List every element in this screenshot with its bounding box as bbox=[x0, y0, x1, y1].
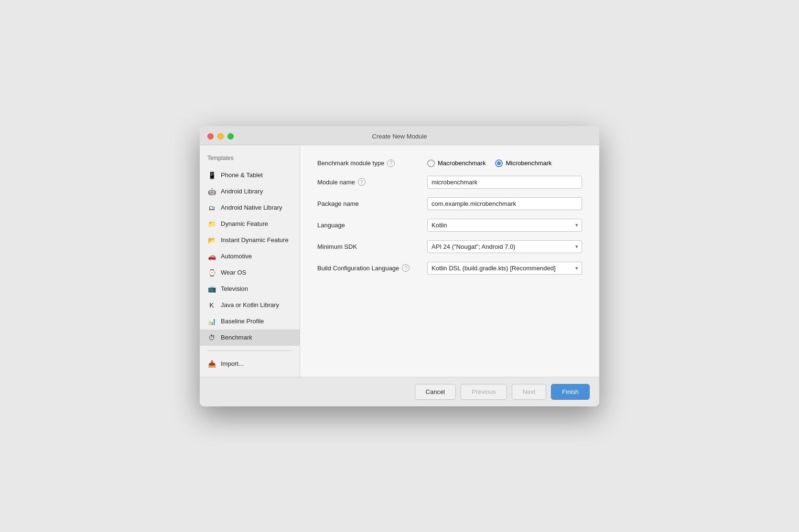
package-name-input[interactable] bbox=[427, 197, 582, 210]
microbenchmark-label: Microbenchmark bbox=[506, 160, 551, 167]
android-native-library-icon: 🗂 bbox=[207, 203, 216, 212]
language-select-wrapper: Kotlin Java ▾ bbox=[427, 219, 582, 232]
import-label: Import... bbox=[221, 360, 244, 367]
macrobenchmark-radio[interactable] bbox=[427, 160, 435, 167]
sidebar-item-dynamic-feature[interactable]: 📁Dynamic Feature bbox=[200, 216, 300, 232]
close-button[interactable] bbox=[207, 133, 214, 139]
instant-dynamic-feature-label: Instant Dynamic Feature bbox=[221, 236, 289, 244]
minimum-sdk-row: Minimum SDK API 24 ("Nougat"; Android 7.… bbox=[317, 240, 582, 253]
language-row: Language Kotlin Java ▾ bbox=[317, 219, 582, 232]
macrobenchmark-option[interactable]: Macrobenchmark bbox=[427, 160, 486, 167]
sidebar-item-baseline-profile[interactable]: 📊Baseline Profile bbox=[200, 313, 300, 330]
build-config-language-select-wrapper: Kotlin DSL (build.gradle.kts) [Recommend… bbox=[427, 262, 582, 275]
dialog: Create New Module Templates 📱Phone & Tab… bbox=[200, 126, 599, 406]
phone-tablet-icon: 📱 bbox=[207, 171, 216, 180]
benchmark-module-type-row: Benchmark module type ? Macrobenchmark M… bbox=[317, 160, 582, 167]
build-config-language-row: Build Configuration Language ? Kotlin DS… bbox=[317, 262, 582, 275]
minimum-sdk-select[interactable]: API 24 ("Nougat"; Android 7.0) API 21 AP… bbox=[427, 240, 582, 253]
sidebar-item-wear-os[interactable]: ⌚Wear OS bbox=[200, 265, 300, 281]
maximize-button[interactable] bbox=[227, 133, 234, 139]
sidebar-item-phone-tablet[interactable]: 📱Phone & Tablet bbox=[200, 167, 300, 183]
sidebar-title: Templates bbox=[200, 155, 300, 167]
android-library-icon: 🤖 bbox=[207, 187, 216, 196]
next-button[interactable]: Next bbox=[512, 384, 547, 400]
sidebar-item-android-library[interactable]: 🤖Android Library bbox=[200, 183, 300, 200]
build-config-language-select[interactable]: Kotlin DSL (build.gradle.kts) [Recommend… bbox=[427, 262, 582, 275]
sidebar-item-android-native-library[interactable]: 🗂Android Native Library bbox=[200, 200, 300, 216]
module-name-control bbox=[427, 176, 582, 189]
baseline-profile-label: Baseline Profile bbox=[221, 318, 264, 325]
java-kotlin-library-icon: K bbox=[207, 301, 216, 309]
language-label: Language bbox=[317, 222, 427, 229]
language-select[interactable]: Kotlin Java bbox=[427, 219, 582, 232]
microbenchmark-radio-inner bbox=[497, 161, 501, 165]
dialog-title: Create New Module bbox=[207, 133, 592, 140]
benchmark-icon: ⏱ bbox=[207, 333, 216, 342]
sidebar-item-instant-dynamic-feature[interactable]: 📂Instant Dynamic Feature bbox=[200, 232, 300, 248]
cancel-button[interactable]: Cancel bbox=[415, 384, 456, 400]
title-bar: Create New Module bbox=[200, 126, 599, 145]
language-control: Kotlin Java ▾ bbox=[427, 219, 582, 232]
build-config-language-help-icon[interactable]: ? bbox=[402, 264, 410, 272]
benchmark-module-type-help-icon[interactable]: ? bbox=[387, 160, 395, 167]
package-name-row: Package name bbox=[317, 197, 582, 210]
phone-tablet-label: Phone & Tablet bbox=[221, 171, 263, 179]
minimum-sdk-select-wrapper: API 24 ("Nougat"; Android 7.0) API 21 AP… bbox=[427, 240, 582, 253]
finish-button[interactable]: Finish bbox=[551, 384, 590, 400]
wear-os-label: Wear OS bbox=[221, 269, 246, 276]
module-name-row: Module name ? bbox=[317, 176, 582, 189]
dynamic-feature-label: Dynamic Feature bbox=[221, 220, 268, 227]
build-config-language-label: Build Configuration Language ? bbox=[317, 264, 427, 272]
automotive-label: Automotive bbox=[221, 253, 252, 260]
minimum-sdk-control: API 24 ("Nougat"; Android 7.0) API 21 AP… bbox=[427, 240, 582, 253]
sidebar-item-automotive[interactable]: 🚗Automotive bbox=[200, 248, 300, 265]
sidebar-divider bbox=[207, 351, 292, 351]
sidebar-item-import[interactable]: 📥 Import... bbox=[200, 356, 300, 372]
package-name-control bbox=[427, 197, 582, 210]
television-icon: 📺 bbox=[207, 285, 216, 293]
content-area: Templates 📱Phone & Tablet🤖Android Librar… bbox=[200, 145, 599, 377]
benchmark-module-type-label: Benchmark module type ? bbox=[317, 160, 427, 167]
automotive-icon: 🚗 bbox=[207, 252, 216, 261]
android-library-label: Android Library bbox=[221, 188, 263, 195]
benchmark-label: Benchmark bbox=[221, 334, 252, 341]
build-config-language-control: Kotlin DSL (build.gradle.kts) [Recommend… bbox=[427, 262, 582, 275]
module-name-label: Module name ? bbox=[317, 178, 427, 186]
sidebar-item-java-kotlin-library[interactable]: KJava or Kotlin Library bbox=[200, 297, 300, 313]
sidebar: Templates 📱Phone & Tablet🤖Android Librar… bbox=[200, 145, 300, 377]
main-panel: Benchmark module type ? Macrobenchmark M… bbox=[300, 145, 599, 377]
import-icon: 📥 bbox=[207, 360, 216, 368]
dynamic-feature-icon: 📁 bbox=[207, 220, 216, 228]
microbenchmark-radio[interactable] bbox=[495, 160, 503, 167]
previous-button[interactable]: Previous bbox=[461, 384, 507, 400]
benchmark-module-type-options: Macrobenchmark Microbenchmark bbox=[427, 160, 582, 167]
sidebar-item-benchmark[interactable]: ⏱Benchmark bbox=[200, 330, 300, 346]
traffic-lights bbox=[207, 133, 234, 139]
microbenchmark-option[interactable]: Microbenchmark bbox=[495, 160, 551, 167]
package-name-label: Package name bbox=[317, 200, 427, 207]
minimize-button[interactable] bbox=[217, 133, 224, 139]
module-name-help-icon[interactable]: ? bbox=[358, 178, 366, 186]
module-name-input[interactable] bbox=[427, 176, 582, 189]
android-native-library-label: Android Native Library bbox=[221, 204, 282, 211]
television-label: Television bbox=[221, 285, 248, 292]
macrobenchmark-label: Macrobenchmark bbox=[438, 160, 486, 167]
java-kotlin-library-label: Java or Kotlin Library bbox=[221, 301, 279, 309]
minimum-sdk-label: Minimum SDK bbox=[317, 243, 427, 250]
wear-os-icon: ⌚ bbox=[207, 268, 216, 277]
instant-dynamic-feature-icon: 📂 bbox=[207, 236, 216, 245]
sidebar-item-television[interactable]: 📺Television bbox=[200, 281, 300, 297]
footer: Cancel Previous Next Finish bbox=[200, 377, 599, 406]
baseline-profile-icon: 📊 bbox=[207, 317, 216, 326]
